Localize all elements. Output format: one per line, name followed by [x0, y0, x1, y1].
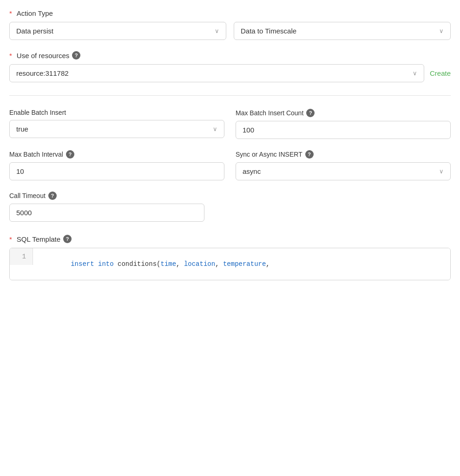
max-batch-interval-col: Max Batch Interval ? [9, 150, 224, 180]
sql-content-1: insert into conditions(time, location, t… [33, 248, 450, 280]
sql-comma-2: , [215, 260, 223, 268]
max-batch-insert-count-label: Max Batch Insert Count ? [236, 109, 451, 117]
use-of-resources-value: resource:311782 [16, 69, 413, 77]
sql-editor[interactable]: 1 insert into conditions(time, location,… [9, 248, 451, 280]
create-link[interactable]: Create [430, 69, 451, 77]
use-of-resources-chevron-icon: ∨ [413, 70, 417, 77]
action-type-dropdown1[interactable]: Data persist ∨ [9, 22, 226, 40]
action-type-dropdown1-chevron-icon: ∨ [215, 27, 219, 34]
required-star-action: * [9, 9, 12, 17]
call-timeout-text: Call Timeout [9, 192, 46, 199]
enable-batch-insert-text: Enable Batch Insert [9, 109, 66, 116]
call-timeout-label: Call Timeout ? [9, 192, 204, 200]
action-type-dropdown2[interactable]: Data to Timescale ∨ [234, 22, 451, 40]
sql-keyword-into: into [98, 260, 114, 268]
action-type-dropdown1-value: Data persist [16, 27, 215, 35]
sql-keyword-insert: insert [71, 260, 94, 268]
action-type-label: * Action Type [9, 9, 451, 17]
max-batch-interval-text: Max Batch Interval [9, 151, 63, 158]
sql-space-1 [94, 260, 98, 268]
sync-async-label: Sync or Async INSERT ? [236, 150, 451, 159]
batch-interval-row: Max Batch Interval ? Sync or Async INSER… [9, 150, 451, 180]
action-type-text: Action Type [17, 9, 53, 17]
sql-template-text: SQL Template [17, 235, 60, 243]
batch-insert-row: Enable Batch Insert true ∨ Max Batch Ins… [9, 109, 451, 139]
call-timeout-section: Call Timeout ? [9, 192, 204, 222]
sync-async-text: Sync or Async INSERT [236, 151, 302, 158]
use-of-resources-help-icon[interactable]: ? [72, 51, 80, 60]
required-star-sql: * [9, 235, 12, 243]
max-batch-interval-help-icon[interactable]: ? [66, 150, 74, 159]
call-timeout-input[interactable] [9, 204, 204, 222]
action-type-dropdown2-chevron-icon: ∨ [439, 27, 444, 34]
max-batch-insert-count-help-icon[interactable]: ? [306, 109, 315, 117]
sql-comma-3: , [266, 260, 269, 268]
required-star-resources: * [9, 52, 12, 60]
max-batch-insert-count-col: Max Batch Insert Count ? [236, 109, 451, 139]
sql-template-section: * SQL Template ? 1 insert into condition… [9, 235, 451, 280]
use-of-resources-label: * Use of resources ? [9, 51, 451, 60]
sql-template-label: * SQL Template ? [9, 235, 451, 243]
enable-batch-insert-value: true [16, 125, 213, 133]
action-type-dropdown1-col: Data persist ∨ [9, 22, 226, 40]
use-of-resources-dropdown[interactable]: resource:311782 ∨ [9, 64, 424, 82]
sync-async-chevron-icon: ∨ [439, 168, 444, 175]
sync-async-dropdown[interactable]: async ∨ [236, 162, 451, 180]
enable-batch-insert-label: Enable Batch Insert [9, 109, 224, 116]
enable-batch-insert-dropdown[interactable]: true ∨ [9, 120, 224, 138]
sql-line-1: 1 insert into conditions(time, location,… [10, 248, 450, 280]
max-batch-interval-label: Max Batch Interval ? [9, 150, 224, 159]
section-divider [9, 95, 451, 96]
action-type-section: * Action Type Data persist ∨ Data to Tim… [9, 9, 451, 40]
enable-batch-insert-col: Enable Batch Insert true ∨ [9, 109, 224, 139]
sql-plain-conditions: conditions( [118, 260, 160, 268]
action-type-dropdown2-col: Data to Timescale ∨ [234, 22, 451, 40]
sql-keyword-location: location [184, 260, 215, 268]
call-timeout-help-icon[interactable]: ? [48, 192, 57, 200]
action-type-dropdown2-value: Data to Timescale [241, 27, 439, 35]
sync-async-col: Sync or Async INSERT ? async ∨ [236, 150, 451, 180]
sync-async-value: async [243, 167, 439, 175]
max-batch-interval-input[interactable] [9, 162, 224, 180]
sql-template-help-icon[interactable]: ? [63, 235, 72, 243]
max-batch-insert-count-input[interactable] [236, 121, 451, 139]
enable-batch-insert-chevron-icon: ∨ [213, 126, 217, 132]
sql-keyword-temperature: temperature [223, 260, 266, 268]
use-of-resources-section: * Use of resources ? resource:311782 ∨ C… [9, 51, 451, 82]
sync-async-help-icon[interactable]: ? [305, 150, 314, 159]
sql-comma-1: , [176, 260, 184, 268]
sql-space-2 [114, 260, 118, 268]
line-number-1: 1 [10, 248, 33, 265]
max-batch-insert-count-text: Max Batch Insert Count [236, 109, 303, 117]
use-of-resources-text: Use of resources [17, 52, 69, 60]
sql-keyword-time: time [160, 260, 176, 268]
